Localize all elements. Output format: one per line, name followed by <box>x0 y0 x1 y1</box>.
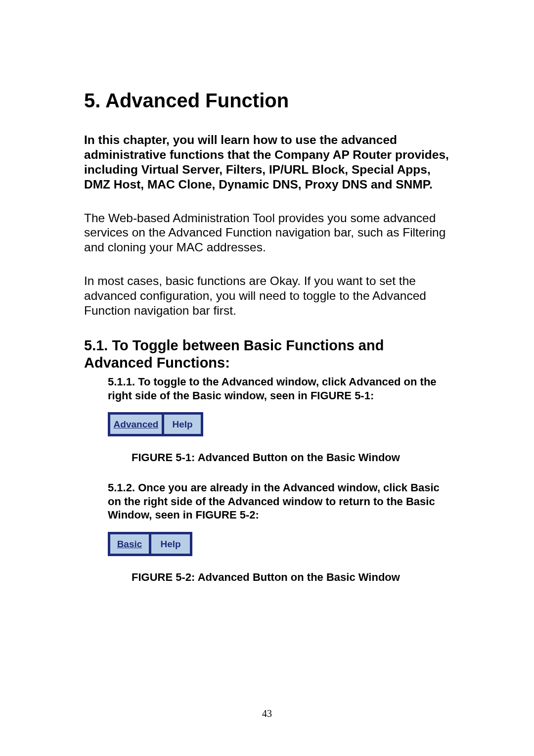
content-column: 5. Advanced Function In this chapter, yo… <box>84 89 450 584</box>
figure-5-1-buttonbar: Advanced Help <box>108 412 203 436</box>
figure-5-2-caption: FIGURE 5-2: Advanced Button on the Basic… <box>132 571 450 584</box>
document-page: 5. Advanced Function In this chapter, yo… <box>0 0 534 756</box>
chapter-intro: In this chapter, you will learn how to u… <box>84 133 450 192</box>
figure-5-1-caption: FIGURE 5-1: Advanced Button on the Basic… <box>132 451 450 464</box>
help-button[interactable]: Help <box>151 534 190 554</box>
step-5-1-1: 5.1.1. To toggle to the Advanced window,… <box>108 375 450 402</box>
help-button[interactable]: Help <box>164 415 201 434</box>
figure-5-2-buttonbar: Basic Help <box>108 532 192 556</box>
basic-button[interactable]: Basic <box>110 534 149 554</box>
chapter-title: 5. Advanced Function <box>84 89 450 112</box>
page-number: 43 <box>0 708 534 719</box>
section-5-1-title: 5.1. To Toggle between Basic Functions a… <box>84 337 450 372</box>
chapter-paragraph-2: In most cases, basic functions are Okay.… <box>84 274 450 318</box>
step-5-1-2: 5.1.2. Once you are already in the Advan… <box>108 481 450 522</box>
section-5-1-body: 5.1.1. To toggle to the Advanced window,… <box>84 375 450 584</box>
advanced-button[interactable]: Advanced <box>110 415 162 434</box>
chapter-paragraph-1: The Web-based Administration Tool provid… <box>84 211 450 255</box>
